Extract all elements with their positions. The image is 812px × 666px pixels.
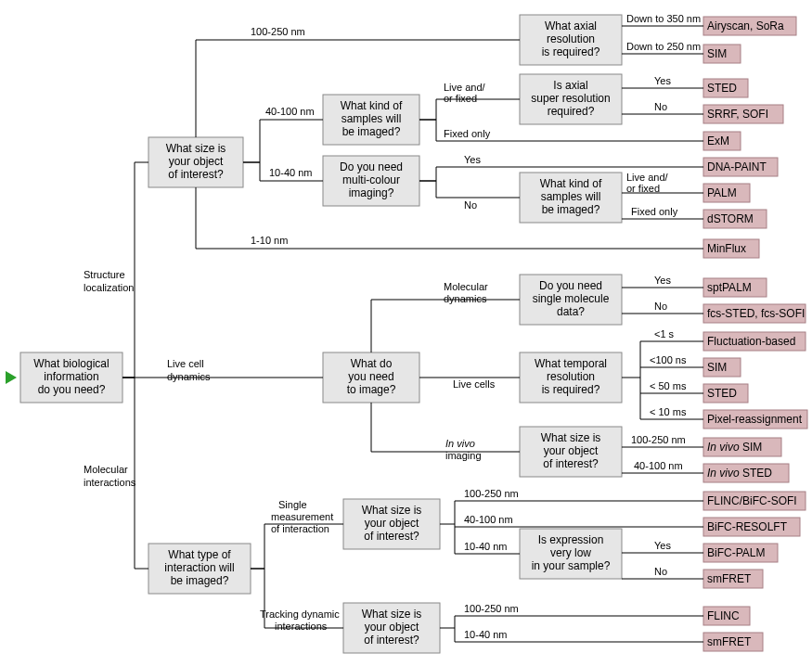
q-axial-super-res: Is axial super resolution required?	[520, 74, 622, 124]
q-single-molecule: Do you need single molecule data?	[520, 275, 622, 325]
svg-text:PALM: PALM	[707, 186, 737, 199]
svg-text:imaging: imaging	[445, 450, 482, 461]
svg-text:<1 s: <1 s	[654, 328, 675, 339]
q-size-single: What size is your object of interest?	[343, 499, 440, 549]
svg-text:10-40 nm: 10-40 nm	[464, 629, 507, 640]
r-smfret-2: smFRET	[703, 633, 763, 651]
svg-text:SIM: SIM	[707, 361, 727, 374]
svg-text:BiFC-PALM: BiFC-PALM	[707, 546, 765, 559]
q-sample-kind-1: What kind of samples will be imaged?	[323, 95, 419, 145]
svg-text:ExM: ExM	[707, 134, 729, 147]
q-temporal-res: What temporal resolution is required?	[520, 352, 622, 403]
svg-text:No: No	[654, 301, 667, 312]
svg-text:is required?: is required?	[542, 45, 600, 58]
svg-text:your object: your object	[544, 444, 599, 457]
r-fluctuation: Fluctuation-based	[703, 332, 806, 351]
svg-text:to image?: to image?	[347, 383, 396, 396]
svg-text:Pixel-reassignment: Pixel-reassignment	[707, 413, 803, 426]
r-flinc: FLINC	[703, 607, 750, 625]
svg-text:What kind of: What kind of	[540, 177, 602, 190]
q-root: What biological information do you need?	[20, 352, 122, 403]
svg-text:In vivo SIM: In vivo SIM	[707, 441, 762, 454]
r-sim-1: SIM	[703, 45, 741, 63]
r-airyscan: Airyscan, SoRa	[703, 17, 796, 35]
svg-text:No: No	[654, 101, 667, 112]
svg-text:40-100 nm: 40-100 nm	[265, 106, 315, 117]
svg-text:< 50 ms: < 50 ms	[650, 380, 687, 391]
svg-text:sptPALM: sptPALM	[707, 281, 752, 294]
svg-text:STED: STED	[707, 387, 737, 400]
svg-text:BiFC-RESOLFT: BiFC-RESOLFT	[707, 520, 788, 533]
svg-text:Live and/: Live and/	[626, 172, 669, 183]
svg-text:smFRET: smFRET	[707, 635, 752, 648]
svg-text:be imaged?: be imaged?	[171, 574, 229, 587]
svg-text:Molecular: Molecular	[444, 281, 488, 292]
svg-text:STED: STED	[707, 82, 737, 95]
r-pixel: Pixel-reassignment	[703, 410, 807, 429]
r-sptpalm: sptPALM	[703, 278, 767, 297]
r-fcs: fcs-STED, fcs-SOFI	[703, 304, 806, 323]
q-size-invivo: What size is your object of interest?	[520, 427, 622, 477]
r-sted-2: STED	[703, 384, 748, 403]
svg-text:10-40 nm: 10-40 nm	[269, 167, 312, 178]
svg-text:100-250 nm: 100-250 nm	[631, 434, 686, 445]
svg-text:Yes: Yes	[464, 154, 481, 165]
svg-text:100-250 nm: 100-250 nm	[464, 488, 519, 499]
svg-text:smFRET: smFRET	[707, 572, 752, 585]
svg-text:localization: localization	[84, 282, 134, 293]
svg-text:Tracking dynamic: Tracking dynamic	[260, 608, 340, 620]
svg-text:dynamics: dynamics	[444, 293, 487, 304]
svg-text:of interest?: of interest?	[168, 168, 224, 181]
svg-text:< 10 ms: < 10 ms	[650, 406, 687, 417]
svg-text:dynamics: dynamics	[167, 371, 211, 382]
svg-text:What size is: What size is	[362, 504, 422, 517]
q-expression: Is expression very low in your sample?	[520, 529, 622, 579]
svg-text:your object: your object	[365, 621, 419, 634]
svg-text:Do you need: Do you need	[340, 160, 403, 173]
svg-text:What biological: What biological	[33, 357, 109, 370]
svg-text:imaging?: imaging?	[349, 186, 394, 199]
svg-text:40-100 nm: 40-100 nm	[634, 460, 683, 471]
svg-text:or fixed: or fixed	[444, 93, 477, 104]
svg-text:samples will: samples will	[342, 112, 402, 125]
r-exm: ExM	[703, 132, 741, 150]
svg-text:Molecular: Molecular	[84, 464, 128, 475]
svg-text:Down to 350 nm: Down to 350 nm	[626, 13, 701, 24]
r-sim-2: SIM	[703, 358, 741, 377]
q-size-structure: What size is your object of interest?	[148, 137, 243, 187]
r-flinc-bifc-sofi: FLINC/BiFC-SOFI	[703, 492, 806, 510]
svg-text:No: No	[654, 566, 667, 577]
svg-text:interactions: interactions	[84, 477, 136, 488]
svg-text:100-250 nm: 100-250 nm	[251, 26, 305, 37]
q-sample-kind-2: What kind of samples will be imaged?	[520, 173, 622, 223]
svg-text:Is axial: Is axial	[553, 79, 587, 92]
svg-text:Yes: Yes	[654, 75, 671, 86]
svg-text:Yes: Yes	[654, 540, 671, 551]
svg-text:What size is: What size is	[166, 142, 226, 155]
svg-text:your object: your object	[365, 517, 419, 530]
svg-text:fcs-STED, fcs-SOFI: fcs-STED, fcs-SOFI	[707, 307, 805, 320]
svg-text:FLINC/BiFC-SOFI: FLINC/BiFC-SOFI	[707, 494, 797, 507]
r-palm: PALM	[703, 184, 750, 202]
svg-text:data?: data?	[557, 305, 585, 318]
svg-text:100-250 nm: 100-250 nm	[464, 603, 519, 614]
svg-text:40-100 nm: 40-100 nm	[464, 514, 513, 525]
svg-text:Single: Single	[278, 499, 307, 510]
svg-text:Down to 250 nm: Down to 250 nm	[626, 41, 701, 52]
svg-text:DNA-PAINT: DNA-PAINT	[707, 160, 767, 173]
svg-text:Is expression: Is expression	[538, 533, 604, 546]
svg-text:interactions: interactions	[275, 621, 328, 632]
svg-text:What size is: What size is	[362, 608, 422, 621]
svg-text:super resolution: super resolution	[531, 92, 610, 105]
r-smfret-1: smFRET	[703, 570, 763, 588]
svg-text:be imaged?: be imaged?	[542, 203, 600, 216]
r-bifc-palm: BiFC-PALM	[703, 544, 778, 562]
svg-text:you need: you need	[348, 370, 393, 383]
r-sted-1: STED	[703, 79, 748, 97]
svg-text:do you need?: do you need?	[38, 383, 106, 396]
svg-text:Fixed only: Fixed only	[444, 128, 491, 139]
svg-text:<100 ns: <100 ns	[650, 354, 687, 365]
svg-text:What kind of: What kind of	[341, 99, 403, 112]
svg-text:Yes: Yes	[654, 275, 671, 286]
svg-text:In vivo: In vivo	[445, 438, 475, 449]
